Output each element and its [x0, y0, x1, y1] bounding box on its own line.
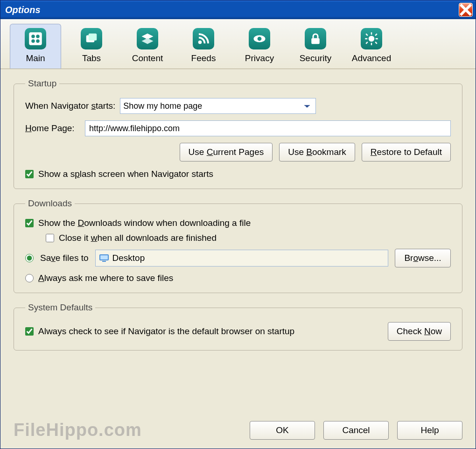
default-browser-label: Always check to see if Navigator is the … [38, 326, 294, 337]
save-to-label: Save files to [40, 253, 89, 263]
svg-rect-14 [365, 38, 367, 40]
main-content: Startup When Navigator starts: Show my h… [0, 69, 476, 417]
svg-rect-18 [365, 42, 368, 44]
svg-point-11 [369, 36, 375, 42]
close-downloads-label: Close it when all downloads are finished [59, 233, 217, 243]
use-current-pages-button[interactable]: Use Current Pages [180, 143, 273, 161]
svg-rect-22 [102, 261, 106, 262]
lock-icon [305, 28, 326, 49]
tab-tabs[interactable]: Tabs [66, 24, 117, 69]
tab-label: Tabs [82, 53, 101, 63]
tab-label: Privacy [245, 53, 274, 63]
browse-button[interactable]: Browse... [395, 249, 451, 267]
svg-rect-0 [29, 32, 42, 45]
svg-rect-16 [365, 34, 368, 36]
tab-privacy[interactable]: Privacy [234, 24, 285, 69]
default-browser-checkbox[interactable] [25, 327, 34, 336]
eye-icon [249, 28, 270, 49]
close-downloads-checkbox[interactable] [46, 234, 54, 242]
tabs-icon [81, 28, 102, 49]
ok-button[interactable]: OK [250, 421, 315, 440]
restore-default-button[interactable]: Restore to Default [362, 143, 451, 161]
tab-feeds[interactable]: Feeds [178, 24, 229, 69]
svg-point-1 [31, 35, 35, 38]
category-toolbar: Main Tabs Content Feeds Privacy [0, 19, 476, 69]
svg-point-2 [36, 35, 40, 38]
startup-legend: Startup [25, 78, 59, 89]
watermark-text: FileHippo.com [14, 420, 142, 440]
dialog-footer: FileHippo.com OK Cancel Help [0, 417, 476, 449]
svg-point-4 [36, 39, 40, 43]
tab-main[interactable]: Main [10, 24, 61, 69]
tab-label: Content [132, 53, 163, 63]
when-starts-select[interactable]: Show my home page [120, 98, 316, 114]
svg-rect-13 [371, 43, 372, 45]
home-page-label: Home Page: [25, 123, 80, 133]
home-page-input[interactable] [85, 120, 451, 136]
always-ask-label: Always ask me where to save files [38, 273, 173, 283]
tab-label: Advanced [352, 53, 392, 63]
svg-rect-12 [371, 32, 372, 35]
svg-point-9 [258, 37, 262, 41]
save-location-box: Desktop [95, 250, 388, 267]
svg-rect-19 [375, 34, 377, 36]
show-downloads-checkbox[interactable] [25, 219, 34, 227]
svg-point-3 [31, 39, 35, 43]
svg-rect-17 [375, 42, 377, 44]
options-dialog: Options Main Tabs Content [0, 0, 476, 449]
svg-rect-21 [100, 255, 108, 260]
cancel-button[interactable]: Cancel [323, 421, 389, 440]
svg-rect-15 [376, 38, 378, 40]
check-now-button[interactable]: Check Now [388, 322, 451, 341]
startup-group: Startup When Navigator starts: Show my h… [14, 78, 462, 189]
system-legend: System Defaults [25, 302, 95, 313]
svg-rect-10 [311, 38, 320, 44]
always-ask-radio[interactable] [25, 274, 34, 282]
show-downloads-label: Show the Downloads window when downloadi… [38, 218, 251, 228]
save-to-radio[interactable] [25, 254, 34, 262]
when-starts-label: When Navigator starts: [25, 101, 115, 111]
downloads-group: Downloads Show the Downloads window when… [14, 198, 462, 293]
close-button[interactable] [459, 3, 473, 17]
tab-label: Feeds [191, 53, 216, 63]
system-defaults-group: System Defaults Always check to see if N… [14, 302, 462, 351]
tab-advanced[interactable]: Advanced [346, 24, 397, 69]
stack-icon [137, 28, 158, 49]
help-button[interactable]: Help [397, 421, 462, 440]
title-bar: Options [0, 0, 476, 19]
desktop-icon [98, 253, 110, 264]
svg-point-7 [198, 41, 202, 44]
svg-rect-6 [89, 34, 97, 41]
rss-icon [193, 28, 214, 49]
use-bookmark-button[interactable]: Use Bookmark [279, 143, 355, 161]
splash-checkbox[interactable] [25, 170, 34, 178]
close-icon [459, 3, 472, 16]
downloads-legend: Downloads [25, 198, 75, 209]
save-location-text: Desktop [112, 253, 145, 263]
window-title: Options [5, 5, 41, 15]
tab-label: Security [300, 53, 332, 63]
splash-label: Show a splash screen when Navigator star… [38, 169, 213, 179]
grid-icon [25, 28, 46, 49]
tab-security[interactable]: Security [290, 24, 341, 69]
tab-label: Main [26, 53, 45, 63]
gear-icon [361, 28, 382, 49]
tab-content[interactable]: Content [122, 24, 173, 69]
